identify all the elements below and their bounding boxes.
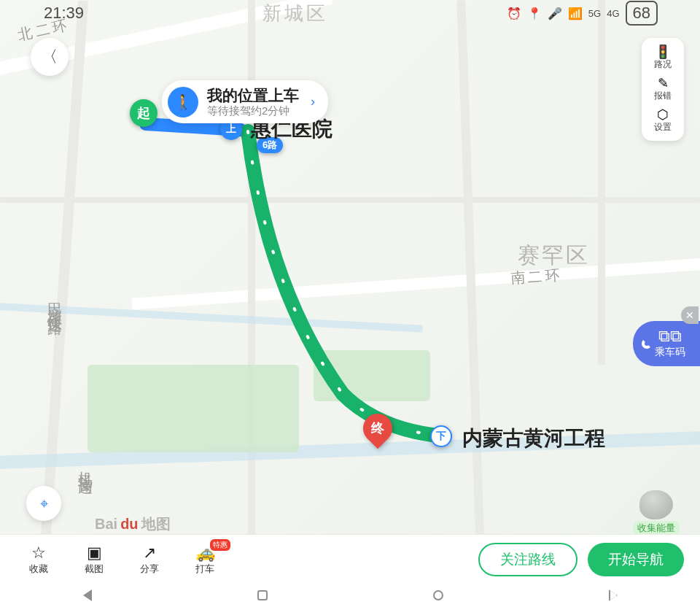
pickup-title: 我的位置上车	[207, 86, 299, 104]
crosshair-icon: ⌖	[40, 495, 48, 512]
share-button[interactable]: ↗ 分享	[127, 544, 172, 576]
mic-icon: 🎤	[548, 7, 562, 20]
pickup-callout[interactable]: 🚶 我的位置上车 等待接驾约2分钟 ›	[162, 80, 328, 123]
nav-overview-icon[interactable]	[609, 589, 618, 601]
signal-5g: 5G	[588, 8, 601, 19]
nav-home-icon[interactable]	[257, 590, 268, 600]
traffic-label: 路况	[654, 58, 672, 71]
walk-icon: 🚶	[168, 87, 198, 117]
pickup-subtitle: 等待接驾约2分钟	[207, 104, 299, 117]
status-icons: ⏰ 📍 🎤 📶 5G 4G 68	[507, 1, 658, 26]
system-nav-bar	[0, 584, 700, 607]
signal-4g: 4G	[607, 8, 619, 19]
promo-badge: 特惠	[210, 539, 230, 551]
settings-button[interactable]: ⬡ 设置	[654, 108, 672, 134]
follow-route-button[interactable]: 关注路线	[478, 543, 578, 576]
share-icon: ↗	[143, 544, 156, 562]
status-bar: 21:39 新城区 ⏰ 📍 🎤 📶 5G 4G 68	[0, 0, 700, 26]
chevron-right-icon: ›	[311, 94, 315, 109]
favorite-button[interactable]: ☆ 收藏	[16, 544, 61, 576]
report-label: 报错	[654, 90, 672, 102]
side-panel: 🚦 路况 ✎ 报错 ⬡ 设置	[642, 38, 684, 141]
traffic-icon: 🚦	[655, 45, 671, 58]
settings-label: 设置	[654, 121, 672, 134]
status-center: 新城区	[84, 1, 507, 26]
poi-destination[interactable]: 内蒙古黄河工程	[462, 425, 605, 452]
energy-label: 收集能量	[633, 521, 680, 536]
report-error-button[interactable]: ✎ 报错	[654, 77, 672, 102]
location-icon: 📍	[527, 7, 542, 20]
locate-me-button[interactable]: ⌖	[26, 486, 61, 521]
star-icon: ☆	[31, 544, 46, 562]
bottom-toolbar: ☆ 收藏 ▣ 截图 ↗ 分享 特惠 🚕 打车 关注路线 开始导航	[0, 534, 700, 584]
close-transit-code[interactable]: ✕	[681, 306, 699, 324]
energy-blob-icon	[639, 490, 673, 519]
status-time: 21:39	[44, 4, 84, 23]
nav-recent-icon[interactable]	[433, 590, 443, 600]
image-icon: ▣	[87, 544, 102, 562]
alarm-icon: ⏰	[507, 7, 521, 20]
wifi-icon: 📶	[568, 7, 583, 20]
qr-icon: ⧉⧉	[658, 328, 682, 344]
transit-code-button[interactable]: ⧉⧉ 乘车码	[633, 321, 700, 366]
collect-energy-button[interactable]: 收集能量	[633, 490, 680, 536]
back-button[interactable]: 〈	[31, 38, 69, 76]
start-navigation-button[interactable]: 开始导航	[588, 543, 684, 576]
marker-alight[interactable]: 下	[430, 425, 452, 447]
hex-settings-icon: ⬡	[657, 108, 669, 121]
traffic-toggle[interactable]: 🚦 路况	[654, 45, 672, 71]
map-watermark: Baidu 地图	[95, 514, 171, 534]
marker-start[interactable]: 起	[130, 99, 158, 127]
screenshot-button[interactable]: ▣ 截图	[71, 544, 117, 576]
edit-icon: ✎	[658, 77, 669, 90]
battery-indicator: 68	[626, 1, 658, 26]
ride-hailing-button[interactable]: 特惠 🚕 打车	[182, 544, 228, 576]
chevron-left-icon: 〈	[42, 46, 58, 68]
nav-back-icon[interactable]	[83, 589, 92, 601]
transit-code-label: 乘车码	[655, 346, 685, 359]
